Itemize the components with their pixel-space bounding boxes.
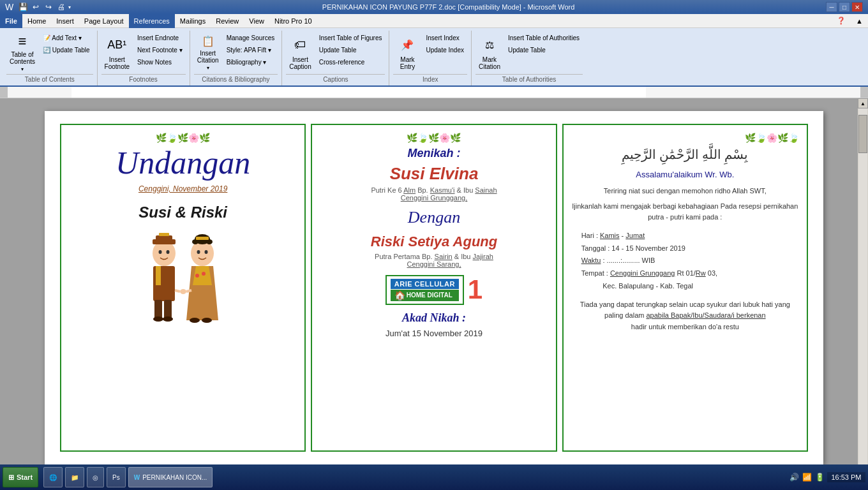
word-doc-label: PERNIKAHAN ICON...	[142, 474, 207, 481]
redo-button[interactable]: ↪	[43, 1, 54, 13]
taskbar-photoshop-button[interactable]: Ps	[107, 467, 126, 487]
groom-parents: Putra Pertama Bp. Sairin & Ibu Jajirah	[320, 253, 548, 260]
next-footnote-button[interactable]: Next Footnote ▾	[134, 44, 186, 56]
toc-group-label: Table of Contents	[6, 74, 93, 84]
menu-review[interactable]: Review	[211, 14, 244, 28]
window-title: PERNIKAHAN ICON PAYUNG P77F 2.doc [Compa…	[71, 3, 826, 11]
menu-page-layout[interactable]: Page Layout	[79, 14, 129, 28]
insert-index-button[interactable]: Insert Index	[423, 32, 467, 43]
print-button[interactable]: 🖨	[56, 1, 67, 13]
manage-sources-button[interactable]: Manage Sources	[223, 32, 278, 43]
menu-nitro[interactable]: Nitro Pro 10	[269, 14, 317, 28]
ribbon-content: ≡ Table ofContents ▾ 📝 Add Text ▾ 🔄 Upda…	[0, 28, 868, 85]
bibliography-label: Bibliography ▾	[227, 59, 267, 66]
title-bar: W 💾 ↩ ↪ 🖨 ▾ PERNIKAHAN ICON PAYUNG P77F …	[0, 0, 868, 14]
bride-parents: Putri Ke 6 Alm Bp. Kasmu'i & Ibu Sainah	[320, 186, 548, 194]
taskbar-word-button[interactable]: W PERNIKAHAN ICON...	[128, 467, 213, 487]
update-table-authorities-button[interactable]: Update Table	[505, 44, 583, 56]
insert-table-figures-button[interactable]: Insert Table of Figures	[316, 32, 385, 43]
svg-point-18	[192, 239, 198, 244]
toc-icon: ≡	[12, 33, 33, 50]
cross-reference-button[interactable]: Cross-reference	[316, 56, 385, 68]
captions-small-buttons: Insert Table of Figures Update Table Cro…	[316, 32, 385, 68]
jumat-val: Jumat	[625, 232, 645, 239]
mark-citation-button[interactable]: ⚖ MarkCitation	[475, 32, 504, 73]
tempat-val: Cenggini Grunggang	[610, 269, 675, 277]
footnotes-group-content: AB¹ InsertFootnote Insert Endnote Next F…	[101, 32, 186, 73]
menu-file[interactable]: File	[0, 14, 22, 28]
update-table-toc-button[interactable]: 🔄 Update Table	[40, 44, 93, 56]
para3: Tiada yang dapat terungkap selain ucap s…	[571, 299, 799, 333]
mark-entry-button[interactable]: 📌 MarkEntry	[393, 32, 421, 73]
ribbon-group-captions: 🏷 InsertCaption Insert Table of Figures …	[282, 31, 389, 85]
menu-mailings[interactable]: Mailings	[175, 14, 211, 28]
taskbar-explorer-button[interactable]: 📁	[65, 467, 84, 487]
card3-floral-top: 🌿🍃🌸🌿🍃	[571, 133, 799, 143]
menu-home[interactable]: Home	[22, 14, 51, 28]
ruler-main: // Will be rendered via SVG	[8, 87, 860, 98]
update-table-authorities-label: Update Table	[508, 47, 546, 54]
scroll-thumb[interactable]	[858, 115, 867, 153]
manage-sources-label: Manage Sources	[227, 34, 275, 41]
logo-container: ARIE CELLULAR 🏠 HOME DIGITAL 1	[320, 274, 548, 305]
scroll-track	[858, 108, 867, 467]
tray-network[interactable]: 📶	[802, 472, 812, 482]
caption-icon: 🏷	[290, 34, 310, 55]
style-button[interactable]: Style: APA Fift ▾	[223, 44, 278, 56]
svg-point-27	[180, 289, 186, 294]
insert-table-authorities-label: Insert Table of Authorities	[508, 34, 580, 41]
svg-point-9	[166, 250, 169, 254]
svg-rect-2	[71, 87, 646, 98]
ribbon-group-footnotes: AB¹ InsertFootnote Insert Endnote Next F…	[98, 31, 190, 85]
menu-view[interactable]: View	[244, 14, 269, 28]
svg-point-23	[195, 274, 199, 278]
save-button[interactable]: 💾	[17, 1, 29, 13]
show-notes-button[interactable]: Show Notes	[134, 56, 186, 68]
update-table-toc-label: 🔄 Update Table	[43, 47, 90, 54]
vertical-scrollbar[interactable]: ▲ ▼	[858, 98, 868, 477]
maximize-button[interactable]: □	[839, 2, 850, 12]
ps-icon: Ps	[112, 474, 120, 481]
undo-button[interactable]: ↩	[30, 1, 41, 13]
toc-group-content: ≡ Table ofContents ▾ 📝 Add Text ▾ 🔄 Upda…	[6, 32, 93, 73]
groom-address: Cenggini Sarang,	[320, 260, 548, 268]
start-button[interactable]: ⊞ Start	[3, 467, 38, 487]
couple-illustration	[135, 228, 231, 330]
insert-footnote-button[interactable]: AB¹ InsertFootnote	[101, 32, 133, 73]
menu-references[interactable]: References	[129, 14, 175, 28]
svg-rect-12	[154, 300, 162, 319]
insert-table-authorities-button[interactable]: Insert Table of Authorities	[505, 32, 583, 43]
tray-battery[interactable]: 🔋	[814, 472, 825, 482]
tray-sound[interactable]: 🔊	[789, 472, 799, 482]
insert-citation-button[interactable]: 📋 InsertCitation ▾	[194, 32, 222, 73]
svg-point-22	[204, 250, 207, 254]
undangan-title: Undangan	[69, 145, 297, 181]
cross-reference-label: Cross-reference	[319, 59, 365, 66]
captions-group-label: Captions	[286, 74, 385, 84]
update-index-button[interactable]: Update Index	[423, 44, 467, 56]
window-controls: ─ □ ✕	[826, 2, 863, 12]
system-clock: 16:53 PM	[827, 472, 865, 482]
minimize-button[interactable]: ─	[826, 2, 837, 12]
table-of-contents-button[interactable]: ≡ Table ofContents ▾	[6, 32, 38, 73]
ruler-left	[0, 87, 8, 98]
bibliography-button[interactable]: Bibliography ▾	[223, 56, 278, 68]
add-text-button[interactable]: 📝 Add Text ▾	[40, 32, 93, 43]
close-button[interactable]: ✕	[851, 2, 863, 12]
captions-group-content: 🏷 InsertCaption Insert Table of Figures …	[286, 32, 385, 73]
update-table-captions-button[interactable]: Update Table	[316, 44, 385, 56]
svg-rect-11	[156, 266, 161, 285]
menu-insert[interactable]: Insert	[51, 14, 79, 28]
ribbon-group-toc: ≡ Table ofContents ▾ 📝 Add Text ▾ 🔄 Upda…	[3, 31, 98, 85]
insert-caption-button[interactable]: 🏷 InsertCaption	[286, 32, 314, 73]
citation-label: InsertCitation	[197, 50, 219, 64]
scroll-up-button[interactable]: ▲	[858, 98, 868, 108]
ribbon-toggle[interactable]: ▲	[851, 14, 868, 28]
insert-endnote-button[interactable]: Insert Endnote	[134, 32, 186, 43]
akad-date: Jum'at 15 November 2019	[320, 329, 548, 338]
ie-icon: 🌐	[49, 474, 57, 481]
taskbar-ie-button[interactable]: 🌐	[43, 467, 63, 487]
help-button[interactable]: ❓	[832, 14, 851, 28]
taskbar-chrome-button[interactable]: ◎	[87, 467, 104, 487]
ribbon-group-index: 📌 MarkEntry Insert Index Update Index In…	[389, 31, 472, 85]
